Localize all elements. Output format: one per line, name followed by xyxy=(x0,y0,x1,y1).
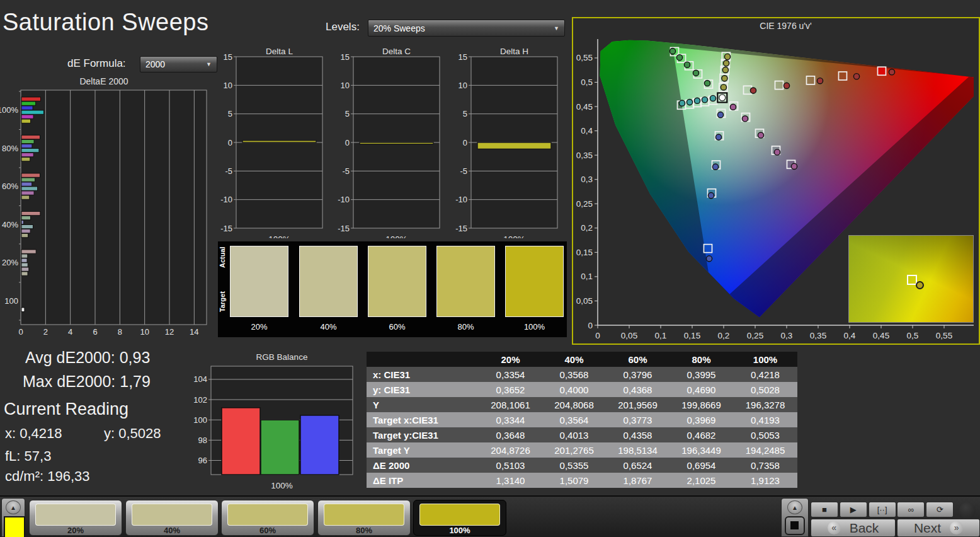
deltae-bar-cyan xyxy=(21,225,33,229)
sweep-level-button-20%[interactable]: 20% xyxy=(29,500,122,536)
cie-measured-marker-cyan xyxy=(702,97,707,103)
svg-text:98: 98 xyxy=(198,436,207,445)
table-cell: 0,4000 xyxy=(542,382,606,397)
svg-text:12: 12 xyxy=(165,327,174,337)
de-formula-dropdown[interactable]: 2000 ▼ xyxy=(140,56,217,72)
table-cell: 1,3140 xyxy=(479,473,542,488)
sweep-level-swatch xyxy=(35,504,116,526)
rgb-balance-chart: RGB Balance1041021009896100% xyxy=(189,351,359,491)
status-indicator-circle xyxy=(959,502,976,519)
svg-text:5: 5 xyxy=(228,109,232,118)
svg-text:0,25: 0,25 xyxy=(747,331,763,340)
table-cell: 199,8669 xyxy=(669,397,733,412)
stop-square-icon xyxy=(790,521,799,529)
deltae-bar-red xyxy=(21,136,40,139)
table-cell: 0,5103 xyxy=(479,458,542,473)
svg-text:15: 15 xyxy=(341,52,350,62)
levels-dropdown[interactable]: 20% Sweeps ▼ xyxy=(368,20,565,37)
expand-up-button[interactable]: ▲ xyxy=(6,500,21,514)
sweep-level-label: 40% xyxy=(126,526,218,535)
sweep-level-button-60%[interactable]: 60% xyxy=(221,500,314,536)
table-cell: 1,5079 xyxy=(542,473,606,488)
cie-measured-marker-red xyxy=(817,78,823,84)
table-cell: 0,4218 xyxy=(733,367,797,382)
sweep-level-swatch xyxy=(324,504,404,526)
current-fl-value: fL: 57,3 xyxy=(5,448,51,465)
deltae-bar-yellow xyxy=(21,158,30,161)
sweep-swatch-label: 20% xyxy=(230,322,288,332)
cie-measured-marker-magenta xyxy=(730,104,736,110)
table-cell: 0,4368 xyxy=(606,382,669,397)
svg-text:0,2: 0,2 xyxy=(718,331,730,340)
deltae-bar-cyan xyxy=(21,263,28,267)
sweep-level-button-40%[interactable]: 40% xyxy=(125,500,219,536)
table-row-label: ΔE 2000 xyxy=(367,458,479,473)
current-color-chip xyxy=(4,516,25,537)
deltae-bar-cyan xyxy=(21,149,39,153)
deltae-bar-magenta xyxy=(21,115,33,118)
loop-range-button[interactable]: [··] xyxy=(869,502,896,517)
cie-measured-marker-green xyxy=(704,80,710,86)
expand-up-button[interactable]: ▲ xyxy=(787,500,802,514)
infinite-repeat-button[interactable]: ∞ xyxy=(897,502,925,517)
svg-text:0,45: 0,45 xyxy=(873,331,889,340)
deltae-bar-blue xyxy=(21,258,27,262)
svg-text:0,55: 0,55 xyxy=(936,331,952,340)
delta-h-chart: Delta H151050-5-10-15100% xyxy=(449,45,566,238)
cie-inset-measured-marker xyxy=(916,281,924,289)
cie-measured-marker-cyan xyxy=(679,100,685,106)
table-cell: 0,3995 xyxy=(669,367,733,382)
stop-button[interactable]: ■ xyxy=(811,502,838,517)
svg-text:100%: 100% xyxy=(268,234,290,238)
svg-text:0,4: 0,4 xyxy=(844,331,856,340)
table-cell: 0,5028 xyxy=(733,382,797,397)
table-cell: 0,4013 xyxy=(542,427,606,442)
table-row-label: y: CIE31 xyxy=(367,382,479,397)
svg-text:8: 8 xyxy=(118,327,122,337)
svg-text:102: 102 xyxy=(193,395,207,405)
swatch-row-label-actual: Actual xyxy=(219,258,226,268)
cie-measured-marker-yellow xyxy=(721,84,726,90)
cie-measured-marker-yellow xyxy=(724,54,730,59)
svg-text:60%: 60% xyxy=(2,182,18,191)
current-color-pane: ▲ xyxy=(1,498,25,537)
table-row: ΔE 20000,51030,53550,65240,69540,7358 xyxy=(367,458,797,473)
deltae-bar-red xyxy=(21,250,36,253)
table-row: y: CIE310,36520,40000,43680,46900,5028 xyxy=(367,382,797,397)
delta_h-bar xyxy=(477,142,551,149)
table-cell: 201,2765 xyxy=(542,442,606,458)
sweep-level-swatch xyxy=(132,504,212,526)
refresh-button[interactable]: ⟳ xyxy=(926,502,954,517)
cie-measured-marker-blue xyxy=(706,256,712,262)
cie-1976-panel: CIE 1976 u'v'000,050,050,10,10,150,150,2… xyxy=(572,17,980,345)
deltae-bar-green xyxy=(21,254,28,258)
svg-text:100%: 100% xyxy=(503,234,525,238)
deltae-bar-red xyxy=(21,212,40,216)
svg-text:100: 100 xyxy=(4,296,18,306)
table-cell: 208,1061 xyxy=(479,397,542,412)
deltae-bar-green xyxy=(21,140,34,144)
sweep-swatch-80% xyxy=(436,246,495,317)
pattern-window-button[interactable] xyxy=(785,516,805,535)
delta_c-bar xyxy=(360,142,433,144)
cie-measured-marker-blue xyxy=(715,134,721,140)
sweep-level-button-100%[interactable]: 100% xyxy=(413,500,506,536)
current-cdm2-value: cd/m²: 196,33 xyxy=(5,468,90,485)
de-formula-value: 2000 xyxy=(145,59,165,69)
deltae-bar-red xyxy=(21,97,40,101)
back-chevron-icon: « xyxy=(828,521,841,534)
sweep-level-button-80%[interactable]: 80% xyxy=(317,500,411,536)
cie-measured-marker-green xyxy=(684,62,690,67)
svg-text:6: 6 xyxy=(93,327,97,337)
cie-measured-marker-blue xyxy=(712,164,718,170)
next-button[interactable]: Next » xyxy=(897,519,980,537)
deltae-bar-green xyxy=(21,178,35,182)
svg-text:0,4: 0,4 xyxy=(581,126,593,136)
svg-text:100%: 100% xyxy=(385,234,407,238)
play-button[interactable]: ▶ xyxy=(840,502,867,517)
back-button[interactable]: « Back xyxy=(811,519,896,537)
cie-whitepoint-measured-marker xyxy=(719,95,726,101)
sweep-swatch-40% xyxy=(299,246,358,317)
deltae-bar-red xyxy=(21,173,40,177)
svg-text:100%: 100% xyxy=(0,105,18,115)
